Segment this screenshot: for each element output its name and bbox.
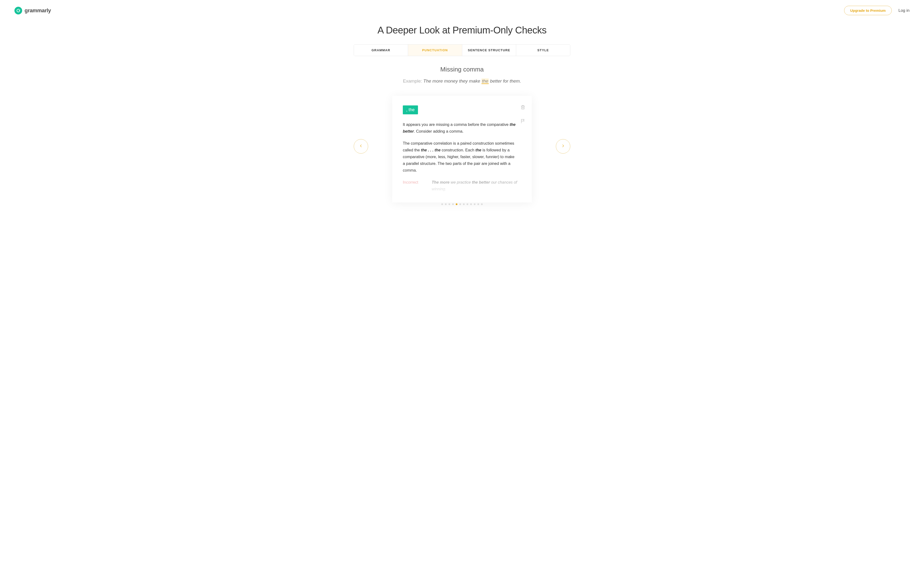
pagination-dots <box>354 203 570 205</box>
header: grammarly Upgrade to Premium Log in <box>0 0 924 18</box>
check-subtitle: Missing comma <box>354 66 570 73</box>
correct-label: Correct <box>403 196 422 202</box>
tab-punctuation[interactable]: PUNCTUATION <box>408 45 462 56</box>
example-highlight: the <box>482 78 489 84</box>
example-text-after: better for them. <box>489 78 521 84</box>
pagination-dot[interactable] <box>474 203 475 205</box>
trash-icon[interactable] <box>520 104 526 110</box>
tab-sentence-structure[interactable]: SENTENCE STRUCTURE <box>462 45 516 56</box>
brand-logo[interactable]: grammarly <box>15 7 51 15</box>
category-tabs: GRAMMAR PUNCTUATION SENTENCE STRUCTURE S… <box>354 44 570 56</box>
suggestion-chip[interactable]: , the <box>403 106 418 114</box>
incorrect-example-row: Incorrect The more we practice the bette… <box>403 179 521 192</box>
pagination-dot[interactable] <box>452 203 454 205</box>
pagination-dot[interactable] <box>459 203 461 205</box>
brand-name: grammarly <box>25 7 51 14</box>
chevron-left-icon <box>359 144 363 149</box>
next-arrow-button[interactable] <box>556 139 570 154</box>
login-link[interactable]: Log in <box>899 8 909 13</box>
page-title: A Deeper Look at Premium-Only Checks <box>354 25 570 36</box>
example-line: Example: The more money they make the be… <box>354 78 570 84</box>
correct-text: The more we practice, the better our <box>432 196 521 202</box>
pagination-dot[interactable] <box>481 203 483 205</box>
grammarly-icon <box>15 7 22 15</box>
incorrect-label: Incorrect <box>403 179 422 192</box>
header-actions: Upgrade to Premium Log in <box>844 6 909 15</box>
pagination-dot[interactable] <box>463 203 465 205</box>
card-actions <box>520 104 526 124</box>
correct-example-row: Correct The more we practice, the better… <box>403 196 521 202</box>
explanation-paragraph-2: The comparative correlation is a paired … <box>403 140 516 174</box>
pagination-dot[interactable] <box>467 203 468 205</box>
pagination-dot[interactable] <box>477 203 479 205</box>
explanation-paragraph-1: It appears you are missing a comma befor… <box>403 121 516 134</box>
flag-icon[interactable] <box>520 118 526 124</box>
pagination-dot[interactable] <box>470 203 472 205</box>
chevron-right-icon <box>561 144 565 149</box>
tab-grammar[interactable]: GRAMMAR <box>354 45 408 56</box>
tab-style[interactable]: STYLE <box>516 45 570 56</box>
example-prefix: Example: <box>403 78 423 84</box>
pagination-dot[interactable] <box>445 203 447 205</box>
main-content: A Deeper Look at Premium-Only Checks GRA… <box>354 25 570 211</box>
suggestion-card: , the It appears you are missing a comma… <box>392 96 532 202</box>
upgrade-button[interactable]: Upgrade to Premium <box>844 6 892 15</box>
pagination-dot[interactable] <box>456 203 457 205</box>
prev-arrow-button[interactable] <box>354 139 368 154</box>
incorrect-text: The more we practice the better our chan… <box>432 179 521 192</box>
pagination-dot[interactable] <box>441 203 443 205</box>
example-text-before: The more money they make <box>423 78 482 84</box>
carousel: , the It appears you are missing a comma… <box>354 96 570 211</box>
pagination-dot[interactable] <box>449 203 450 205</box>
